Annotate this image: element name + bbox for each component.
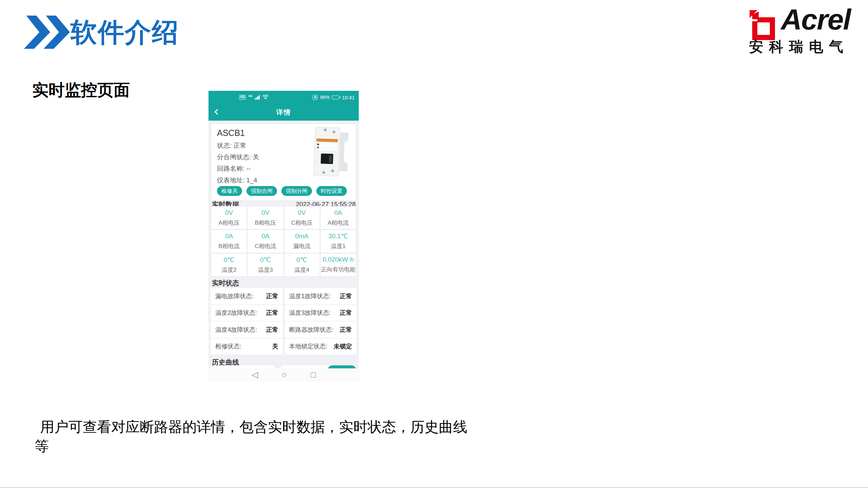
cell-label: 正向有功电能: [321, 266, 355, 273]
cell-value: 0V: [261, 209, 269, 217]
force-close-button[interactable]: 强制合闸: [246, 186, 277, 196]
status-label: 温度3故障状态:: [289, 309, 331, 317]
cell-label: C相电压: [291, 219, 312, 227]
realtime-status-grid: 漏电故障状态:正常 温度1故障状态:正常 温度2故障状态:正常 温度3故障状态:…: [211, 288, 356, 354]
nav-recents-icon[interactable]: □: [311, 370, 316, 379]
acrel-logo: Acrel 安科瑞电气: [748, 5, 863, 56]
status-value: 正常: [266, 326, 278, 334]
status-value: 正常: [266, 309, 278, 317]
data-cell: 0mA漏电流: [284, 230, 320, 252]
data-cell: 0VA相电压: [211, 206, 247, 229]
status-row: 检修状态:关: [211, 339, 283, 355]
cell-value: 0A: [261, 232, 269, 240]
data-cell: 0℃温度3: [248, 253, 283, 276]
cell-label: B相电流: [218, 242, 239, 250]
battery-percent: 86%: [320, 95, 330, 100]
history-query-button[interactable]: [328, 365, 356, 368]
status-row: 漏电故障状态:正常: [211, 288, 283, 304]
cell-label: A相电压: [218, 219, 239, 227]
slide-caption: 用户可查看对应断路器的详情，包含实时数据，实时状态，历史曲线等: [35, 418, 475, 456]
app-body: ASCB1 状态: 正常 分合闸状态: 关 回路名称: -- 仪表地址: 1_4…: [209, 121, 359, 368]
timer-settings-button[interactable]: 时控设置: [316, 186, 347, 196]
status-label: 温度2故障状态:: [215, 309, 257, 317]
data-cell: 0VB相电压: [248, 206, 283, 229]
data-cell: 0AA相电流: [320, 206, 356, 229]
cell-label: 温度1: [331, 242, 346, 250]
cell-value: 0V: [225, 209, 233, 217]
cell-value: 0℃: [224, 256, 235, 264]
status-label: 检修状态:: [215, 342, 241, 350]
device-info-card: ASCB1 状态: 正常 分合闸状态: 关 回路名称: -- 仪表地址: 1_4…: [212, 124, 356, 200]
status-row: 温度2故障状态:正常: [211, 305, 283, 321]
data-cell: 0℃温度2: [211, 253, 247, 276]
nfc-icon: N: [313, 95, 318, 100]
status-row: 本地锁定状态:未锁定: [285, 339, 357, 355]
status-left-group: HD 4G: [239, 95, 269, 100]
app-header: 详情: [209, 104, 359, 121]
phone-screenshot: HD 4G N 86% 10:41 详情 ASCB1 状态: [209, 91, 359, 381]
cell-label: 温度4: [294, 266, 309, 274]
status-label: 漏电故障状态:: [215, 292, 254, 300]
nav-back-icon[interactable]: ◁: [252, 370, 258, 379]
wifi-icon: [262, 95, 269, 100]
android-nav-bar: ◁ ○ □: [209, 368, 359, 381]
data-cell: 30.1℃温度1: [320, 230, 356, 252]
status-label: 本地锁定状态:: [289, 342, 328, 350]
realtime-data-grid: 0VA相电压 0VB相电压 0VC相电压 0AA相电流 0AB相电流 0AC相电…: [211, 206, 356, 277]
history-date-field[interactable]: [211, 365, 275, 368]
data-cell: 0AB相电流: [211, 230, 247, 252]
battery-icon: [332, 96, 339, 99]
phone-status-bar: HD 4G N 86% 10:41: [209, 91, 359, 104]
clock-time: 10:41: [342, 95, 355, 100]
data-cell: 0.020kW·h正向有功电能: [320, 253, 356, 276]
cell-value: 0A: [334, 209, 342, 217]
status-row: 温度3故障状态:正常: [285, 305, 357, 321]
cell-label: C相电流: [255, 242, 276, 250]
status-value: 正常: [266, 292, 278, 300]
network-4g-icon: 4G: [248, 94, 252, 98]
cell-value: 30.1℃: [328, 232, 348, 240]
maintenance-off-button[interactable]: 检修关: [217, 186, 242, 196]
section-heading: 实时监控页面: [32, 79, 130, 101]
back-button[interactable]: [214, 108, 221, 116]
data-cell: 0VC相电压: [284, 206, 320, 229]
cell-value: 0V: [298, 209, 306, 217]
data-cell: 0℃温度4: [284, 253, 320, 276]
cell-label: B相电压: [255, 219, 276, 227]
cell-label: 温度3: [258, 266, 273, 274]
status-value: 关: [272, 342, 278, 350]
cell-value: 0℃: [296, 256, 307, 264]
acrel-brand-text: Acrel: [781, 3, 850, 36]
cell-value: 0℃: [260, 256, 271, 264]
hd-icon: HD: [239, 95, 246, 100]
page-title: 详情: [276, 108, 291, 117]
slide-title: 软件介绍: [71, 15, 179, 50]
status-label: 温度1故障状态:: [289, 292, 331, 300]
cell-value: 0.020kW·h: [322, 256, 354, 263]
cell-label: 漏电流: [293, 242, 311, 250]
cell-value: 0mA: [295, 232, 309, 240]
signal-bars-icon: [255, 95, 260, 100]
status-label: 温度4故障状态:: [215, 326, 257, 334]
status-value: 未锁定: [334, 342, 352, 350]
status-value: 正常: [340, 326, 352, 334]
realtime-status-title: 实时状态: [212, 279, 239, 288]
force-open-button[interactable]: 强制分闸: [281, 186, 312, 196]
status-value: 正常: [340, 292, 352, 300]
nav-home-icon[interactable]: ○: [282, 370, 287, 379]
status-right-group: N 86% 10:41: [313, 95, 355, 100]
back-chevron-icon: [215, 109, 220, 115]
status-row: 温度1故障状态:正常: [285, 288, 357, 304]
chevron-right-icon: [24, 16, 52, 49]
breaker-product-image: [312, 126, 352, 178]
data-cell: 0AC相电流: [248, 230, 283, 252]
device-action-buttons: 检修关 强制合闸 强制分闸 时控设置: [217, 186, 347, 196]
status-label: 断路器故障状态:: [289, 326, 334, 334]
cell-label: 温度2: [222, 266, 236, 274]
acrel-brand-chinese: 安科瑞电气: [749, 37, 849, 56]
cell-label: A相电流: [328, 219, 349, 227]
cell-value: 0A: [225, 232, 233, 240]
status-value: 正常: [340, 309, 352, 317]
history-controls-partial: [211, 365, 356, 368]
status-row: 断路器故障状态:正常: [285, 322, 357, 338]
